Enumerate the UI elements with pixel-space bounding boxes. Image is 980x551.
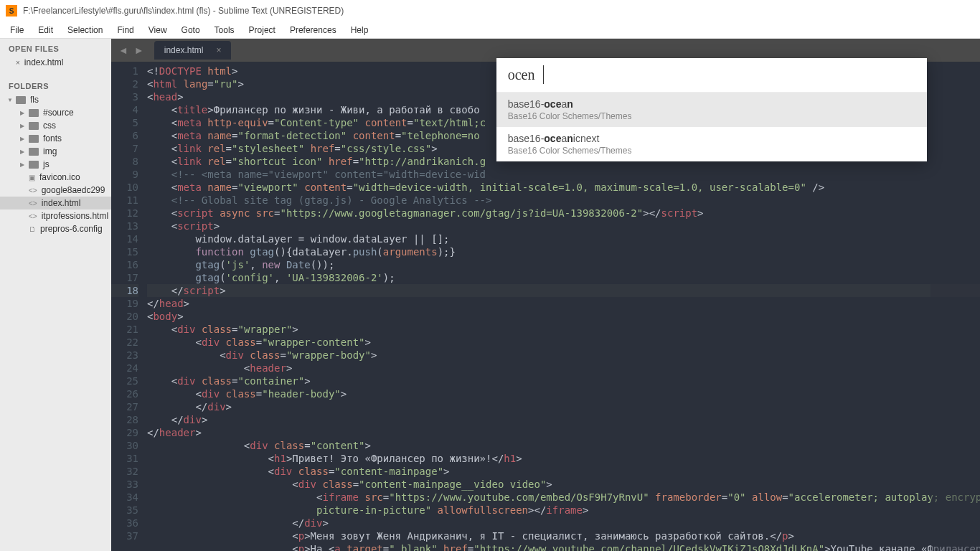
tab-label: index.html (164, 45, 204, 55)
file-label: google8aedc299 (42, 185, 105, 195)
folder-label: #source (43, 108, 74, 118)
window-title: F:\FreelancerLifestyle\#fls.guru\fls\ind… (23, 6, 344, 16)
folder-root[interactable]: ▼ fls (0, 93, 111, 106)
close-icon[interactable]: × (216, 45, 221, 55)
chevron-right-icon: ▶ (20, 161, 26, 168)
file-icon: 🗋 (29, 225, 36, 233)
minimap[interactable] (930, 62, 980, 551)
menu-selection[interactable]: Selection (60, 23, 110, 37)
folder-item[interactable]: ▶js (0, 158, 111, 171)
chevron-right-icon: ▶ (20, 136, 26, 142)
folder-label: js (43, 159, 50, 169)
editor-area: ◄ ► index.html × 12345678910111213141516… (111, 39, 980, 551)
menu-preferences[interactable]: Preferences (283, 23, 344, 37)
folder-icon (29, 148, 39, 156)
folder-label: css (43, 121, 56, 131)
folder-item[interactable]: ▶fonts (0, 132, 111, 145)
menubar: File Edit Selection Find View Goto Tools… (0, 22, 980, 39)
command-palette: base16-ocean Base16 Color Schemes/Themes… (496, 58, 927, 161)
file-item[interactable]: <>index.html (0, 197, 111, 209)
palette-item-title: base16-ocean (508, 98, 915, 110)
tab-next-icon[interactable]: ► (131, 43, 147, 57)
tab-nav: ◄ ► (111, 43, 151, 57)
file-item[interactable]: <>itprofessions.html (0, 209, 111, 222)
gutter: 1234567891011121314151617181920212223242… (111, 62, 147, 551)
menu-find[interactable]: Find (110, 23, 141, 37)
folder-icon (29, 161, 39, 169)
folder-icon (16, 96, 26, 104)
chevron-down-icon: ▼ (7, 97, 13, 103)
tab-prev-icon[interactable]: ◄ (116, 43, 131, 57)
menu-file[interactable]: File (3, 23, 31, 37)
folder-item[interactable]: ▶img (0, 145, 111, 158)
code-icon: <> (29, 199, 37, 207)
menu-goto[interactable]: Goto (174, 23, 207, 37)
chevron-right-icon: ▶ (20, 110, 26, 116)
folders-header: FOLDERS (0, 76, 111, 93)
chevron-right-icon: ▶ (20, 123, 26, 129)
folder-label: fonts (43, 133, 62, 143)
file-label: favicon.ico (39, 172, 80, 182)
menu-help[interactable]: Help (344, 23, 376, 37)
file-item[interactable]: ▣favicon.ico (0, 171, 111, 184)
open-file-item[interactable]: × index.html (0, 56, 111, 69)
palette-item-sub: Base16 Color Schemes/Themes (508, 146, 915, 156)
code-icon: <> (29, 212, 37, 220)
palette-item-title: base16-oceanicnext (508, 133, 915, 144)
file-label: prepros-6.config (40, 224, 103, 234)
palette-item-sub: Base16 Color Schemes/Themes (508, 111, 915, 121)
menu-project[interactable]: Project (242, 23, 283, 37)
folder-label: img (43, 146, 57, 156)
palette-results: base16-ocean Base16 Color Schemes/Themes… (496, 92, 927, 161)
file-icon: ▣ (29, 174, 35, 182)
code-icon: <> (29, 187, 37, 194)
tab-index-html[interactable]: index.html × (154, 41, 232, 60)
palette-input[interactable] (496, 58, 927, 92)
file-label: index.html (42, 198, 81, 208)
main-area: OPEN FILES × index.html FOLDERS ▼ fls ▶#… (0, 39, 980, 551)
close-icon[interactable]: × (16, 59, 20, 67)
folder-item[interactable]: ▶css (0, 119, 111, 132)
open-file-label: index.html (24, 57, 64, 67)
menu-edit[interactable]: Edit (31, 23, 60, 37)
titlebar: S F:\FreelancerLifestyle\#fls.guru\fls\i… (0, 0, 980, 22)
file-item[interactable]: 🗋prepros-6.config (0, 222, 111, 235)
folder-icon (29, 109, 39, 117)
file-item[interactable]: <>google8aedc299 (0, 184, 111, 197)
app-icon: S (6, 5, 17, 17)
menu-view[interactable]: View (141, 23, 174, 37)
folder-icon (29, 135, 39, 143)
chevron-right-icon: ▶ (20, 149, 26, 155)
menu-tools[interactable]: Tools (207, 23, 242, 37)
file-label: itprofessions.html (42, 211, 108, 221)
folder-item[interactable]: ▶#source (0, 106, 111, 119)
palette-item[interactable]: base16-oceanicnext Base16 Color Schemes/… (496, 127, 927, 161)
sidebar: OPEN FILES × index.html FOLDERS ▼ fls ▶#… (0, 39, 111, 551)
open-files-header: OPEN FILES (0, 39, 111, 56)
text-cursor (543, 65, 544, 84)
folder-label: fls (30, 95, 39, 105)
palette-item[interactable]: base16-ocean Base16 Color Schemes/Themes (496, 93, 927, 127)
folder-icon (29, 122, 39, 130)
